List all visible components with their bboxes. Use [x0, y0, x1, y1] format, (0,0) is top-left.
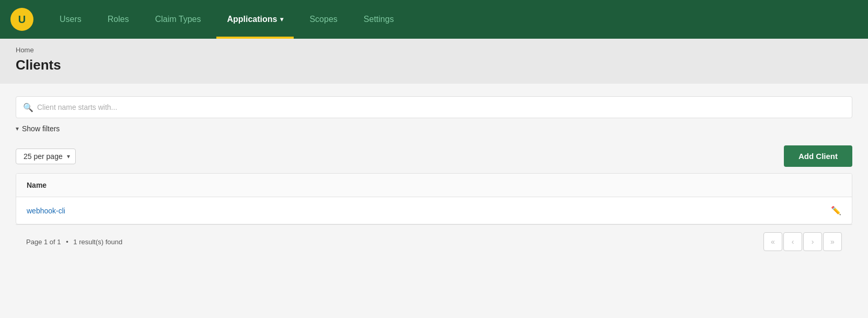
- next-page-button[interactable]: ›: [803, 232, 822, 251]
- chevron-down-icon: ▾: [280, 16, 283, 23]
- page-title: Clients: [16, 57, 852, 73]
- nav-item-applications[interactable]: Applications ▾: [216, 0, 294, 39]
- nav-label-settings: Settings: [364, 15, 394, 24]
- chevron-down-icon: ▾: [16, 125, 19, 132]
- page-info: Page 1 of 1: [26, 238, 61, 246]
- breadcrumb: Home: [16, 46, 852, 54]
- last-page-button[interactable]: »: [823, 232, 842, 251]
- page-header: Home Clients: [0, 39, 868, 84]
- toolbar: 25 per page ▾ Add Client: [16, 145, 852, 167]
- search-wrapper: 🔍: [16, 96, 852, 118]
- nav-item-users[interactable]: Users: [49, 0, 92, 39]
- logo-text: U: [18, 14, 26, 26]
- client-name-link[interactable]: webhook-cli: [27, 207, 65, 215]
- pagination-dot: •: [66, 238, 68, 246]
- nav-label-roles: Roles: [108, 15, 129, 24]
- show-filters-toggle[interactable]: ▾ Show filters: [16, 124, 852, 133]
- navbar: U Users Roles Claim Types Applications ▾…: [0, 0, 868, 39]
- show-filters-label: Show filters: [22, 124, 60, 133]
- nav-label-scopes: Scopes: [309, 15, 337, 24]
- pagination-row: Page 1 of 1 • 1 result(s) found « ‹ › »: [16, 224, 852, 258]
- nav-label-claim-types: Claim Types: [155, 15, 201, 24]
- chevron-down-icon: ▾: [67, 153, 70, 160]
- pagination-info: Page 1 of 1 • 1 result(s) found: [26, 238, 122, 246]
- logo[interactable]: U: [10, 8, 33, 31]
- results-info: 1 result(s) found: [73, 238, 122, 246]
- table-column-name: Name: [16, 174, 852, 197]
- search-input[interactable]: [16, 96, 852, 118]
- first-page-button[interactable]: «: [763, 232, 782, 251]
- prev-page-button[interactable]: ‹: [783, 232, 802, 251]
- edit-icon[interactable]: ✏️: [831, 206, 841, 215]
- table-row: webhook-cli ✏️: [16, 197, 852, 224]
- per-page-label: 25 per page: [24, 152, 63, 161]
- nav-item-settings[interactable]: Settings: [353, 0, 404, 39]
- nav-label-applications: Applications: [227, 15, 277, 24]
- search-icon: 🔍: [23, 103, 33, 112]
- nav-label-users: Users: [60, 15, 82, 24]
- clients-table: Name webhook-cli ✏️: [16, 173, 852, 224]
- nav-item-scopes[interactable]: Scopes: [299, 0, 348, 39]
- add-client-button[interactable]: Add Client: [784, 145, 852, 167]
- main-content: 🔍 ▾ Show filters 25 per page ▾ Add Clien…: [0, 84, 868, 318]
- pagination-controls: « ‹ › »: [763, 232, 842, 251]
- nav-item-claim-types[interactable]: Claim Types: [145, 0, 212, 39]
- per-page-selector[interactable]: 25 per page ▾: [16, 149, 76, 164]
- nav-item-roles[interactable]: Roles: [97, 0, 140, 39]
